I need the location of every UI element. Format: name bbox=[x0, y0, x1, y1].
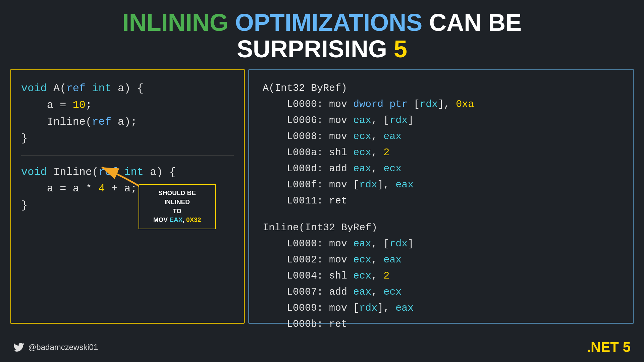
header-line1: INLINING OPTIMIZATIONS CAN BE bbox=[13, 9, 631, 36]
asm-header-inline: Inline(Int32 ByRef) bbox=[263, 220, 620, 236]
net-text: .NET bbox=[587, 339, 623, 355]
annotation-line1: SHOULD BE INLINED bbox=[145, 189, 209, 206]
slide-header: INLINING OPTIMIZATIONS CAN BE SURPRISING… bbox=[0, 0, 644, 69]
twitter-section: @badamczewski01 bbox=[13, 342, 98, 353]
annotation-box: SHOULD BE INLINED TO MOV EAX, 0X32 bbox=[139, 184, 216, 229]
asm-header-a: A(Int32 ByRef) bbox=[263, 80, 620, 96]
annotation-hex: 0X32 bbox=[186, 216, 201, 223]
asm-line-a5: L000f: mov [rdx], eax bbox=[263, 177, 620, 193]
asm-line-a0: L0000: mov dword ptr [rdx], 0xa bbox=[263, 96, 620, 112]
asm-line-a6: L0011: ret bbox=[263, 193, 620, 209]
asm-line-i3: L0007: add eax, ecx bbox=[263, 284, 620, 300]
code-line-a3: Inline(ref a); bbox=[21, 114, 234, 130]
word-can-be: CAN BE bbox=[429, 9, 522, 36]
asm-line-a1: L0006: mov eax, [rdx] bbox=[263, 112, 620, 128]
asm-section-inline: Inline(Int32 ByRef) L0000: mov eax, [rdx… bbox=[263, 220, 620, 332]
twitter-icon bbox=[13, 342, 24, 353]
code-line-a4: } bbox=[21, 130, 234, 147]
word-number: 5 bbox=[394, 36, 407, 62]
asm-line-i1: L0002: mov ecx, eax bbox=[263, 252, 620, 268]
asm-line-i4: L0009: mov [rdx], eax bbox=[263, 300, 620, 316]
annotation-eax: EAX bbox=[169, 216, 182, 223]
right-asm-panel: A(Int32 ByRef) L0000: mov dword ptr [rdx… bbox=[248, 69, 634, 324]
asm-line-a2: L0008: mov ecx, eax bbox=[263, 128, 620, 144]
function-a-code: void A(ref int a) { a = 10; Inline(ref a… bbox=[21, 80, 234, 146]
left-code-panel: void A(ref int a) { a = 10; Inline(ref a… bbox=[10, 69, 245, 324]
net-number: 5 bbox=[623, 339, 631, 355]
net-badge: .NET 5 bbox=[587, 339, 631, 355]
header-line2: SURPRISING 5 bbox=[13, 36, 631, 62]
asm-line-i2: L0004: shl ecx, 2 bbox=[263, 268, 620, 284]
footer: @badamczewski01 .NET 5 bbox=[0, 339, 644, 355]
annotation-line3: MOV EAX, 0X32 bbox=[145, 216, 209, 225]
code-line-a2: a = 10; bbox=[21, 97, 234, 114]
word-inlining: INLINING bbox=[122, 9, 228, 36]
word-optimizations: OPTIMIZATIONS bbox=[235, 9, 423, 36]
asm-section-a: A(Int32 ByRef) L0000: mov dword ptr [rdx… bbox=[263, 80, 620, 209]
word-surprising: SURPRISING bbox=[237, 36, 387, 62]
asm-line-i5: L000b: ret bbox=[263, 316, 620, 332]
asm-line-a3: L000a: shl ecx, 2 bbox=[263, 144, 620, 161]
asm-line-i0: L0000: mov eax, [rdx] bbox=[263, 236, 620, 252]
asm-line-a4: L000d: add eax, ecx bbox=[263, 161, 620, 177]
content-area: void A(ref int a) { a = 10; Inline(ref a… bbox=[0, 69, 644, 324]
annotation-line2: TO bbox=[145, 207, 209, 216]
twitter-handle-text: @badamczewski01 bbox=[28, 343, 98, 352]
code-line-a1: void A(ref int a) { bbox=[21, 80, 234, 97]
